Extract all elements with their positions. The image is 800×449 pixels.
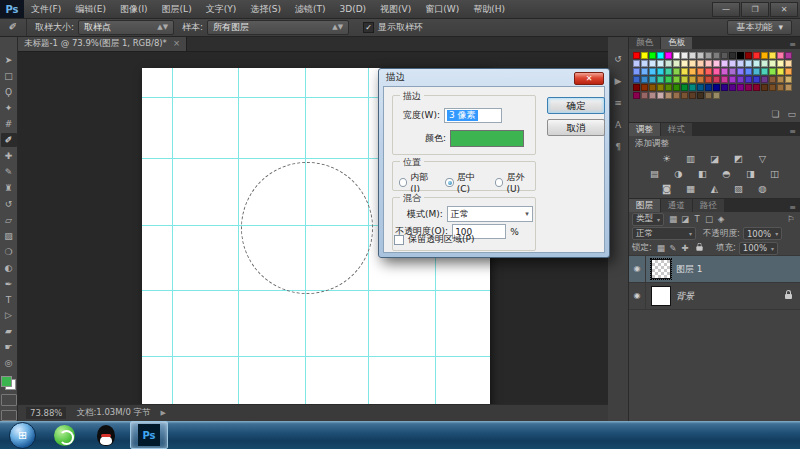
layer-thumbnail[interactable] [651, 286, 671, 306]
color-swatch[interactable] [745, 60, 752, 67]
color-swatch[interactable] [697, 52, 704, 59]
lock-paint-icon[interactable]: ✎ [667, 243, 679, 254]
color-swatch[interactable] [705, 68, 712, 75]
color-swatch[interactable] [665, 52, 672, 59]
color-lookup-icon[interactable]: ◫ [767, 167, 782, 180]
color-swatch[interactable] [665, 92, 672, 99]
color-swatch[interactable] [689, 76, 696, 83]
position-radio-option[interactable]: 内部(I) [399, 171, 435, 194]
color-swatch[interactable] [633, 92, 640, 99]
menu-item[interactable]: 滤镜(T) [288, 0, 333, 18]
document-tab[interactable]: 未标题-1 @ 73.9%(图层 1, RGB/8)* × [18, 36, 187, 51]
invert-icon[interactable]: ◙ [659, 182, 674, 195]
color-swatch[interactable] [729, 52, 736, 59]
shape-filter-icon[interactable]: □ [703, 214, 715, 225]
color-swatch[interactable] [721, 52, 728, 59]
channel-mixer-icon[interactable]: ◨ [743, 167, 758, 180]
panel-menu-icon[interactable]: ≡ [789, 203, 800, 212]
color-swatch[interactable] [721, 68, 728, 75]
radio-icon[interactable] [399, 178, 407, 187]
color-swatch[interactable] [737, 60, 744, 67]
color-swatch[interactable] [673, 60, 680, 67]
quick-mask-button[interactable] [1, 394, 17, 405]
zoom-tool-icon[interactable]: ◎ [1, 356, 17, 370]
screen-mode-button[interactable] [1, 410, 17, 421]
swatches-tab[interactable]: 颜色 [629, 36, 660, 49]
lock-all-icon[interactable] [696, 246, 702, 251]
layer-row[interactable]: ◉背景 [629, 283, 800, 310]
panel-menu-icon[interactable]: ≡ [789, 40, 800, 49]
color-swatch[interactable] [785, 84, 792, 91]
start-button[interactable]: ⊞ [9, 422, 36, 449]
hue-saturation-icon[interactable]: ▤ [647, 167, 662, 180]
cancel-button[interactable]: 取消 [547, 119, 605, 136]
color-swatch[interactable] [769, 52, 776, 59]
sample-size-dropdown[interactable]: 取样点 ▲▼ [78, 20, 174, 35]
color-swatch[interactable] [713, 68, 720, 75]
color-swatch[interactable] [761, 84, 768, 91]
color-swatch[interactable] [729, 60, 736, 67]
color-swatch[interactable] [777, 68, 784, 75]
photo-filter-icon[interactable]: ◓ [719, 167, 734, 180]
photoshop-taskbar-button[interactable]: Ps [130, 421, 168, 449]
fill-dropdown[interactable]: 100% ▾ [739, 242, 778, 255]
guide-vertical[interactable] [238, 68, 239, 410]
filter-toggle-icon[interactable]: ⚐ [785, 214, 797, 225]
layer-thumbnail[interactable] [651, 259, 671, 279]
color-swatch[interactable] [657, 84, 664, 91]
color-swatch[interactable] [689, 84, 696, 91]
menu-item[interactable]: 文件(F) [24, 0, 68, 18]
color-swatch[interactable] [705, 84, 712, 91]
color-swatch[interactable] [785, 68, 792, 75]
layer-row[interactable]: ◉图层 1 [629, 256, 800, 283]
ok-button[interactable]: 确定 [547, 97, 605, 114]
color-swatch[interactable] [785, 60, 792, 67]
color-swatch[interactable] [705, 52, 712, 59]
lasso-tool-icon[interactable]: Ϙ [1, 85, 17, 99]
actions-panel-icon[interactable]: ▶ [611, 74, 626, 87]
color-swatch[interactable] [689, 68, 696, 75]
color-swatch[interactable] [745, 76, 752, 83]
type-filter-icon[interactable]: T [691, 214, 703, 225]
paragraph-panel-icon[interactable]: ¶ [611, 140, 626, 153]
foreground-color-swatch[interactable] [1, 376, 12, 387]
color-swatch[interactable] [681, 68, 688, 75]
color-swatch[interactable] [665, 76, 672, 83]
color-swatch[interactable] [769, 60, 776, 67]
pen-tool-icon[interactable]: ✒ [1, 277, 17, 291]
status-expander-icon[interactable]: ▶ [161, 409, 166, 417]
minimize-button[interactable]: — [712, 2, 740, 17]
color-swatch[interactable] [641, 92, 648, 99]
width-input[interactable]: 3 像素 [444, 108, 502, 123]
color-swatch[interactable] [713, 92, 720, 99]
layer-name[interactable]: 背景 [676, 290, 694, 303]
color-swatch[interactable] [665, 60, 672, 67]
position-radio-option[interactable]: 居中(C) [445, 171, 485, 194]
color-swatch[interactable] [713, 52, 720, 59]
color-swatch[interactable] [657, 76, 664, 83]
color-swatch[interactable] [657, 92, 664, 99]
type-tool-icon[interactable]: T [1, 293, 17, 307]
zoom-level-field[interactable]: 73.88% [26, 407, 66, 419]
brush-tool-icon[interactable]: ✎ [1, 165, 17, 179]
checkbox-icon[interactable] [394, 235, 404, 245]
color-swatch[interactable] [745, 52, 752, 59]
lock-transparent-icon[interactable]: ▦ [655, 243, 667, 254]
opacity-dropdown[interactable]: 100% ▾ [743, 227, 782, 240]
black-white-icon[interactable]: ◧ [695, 167, 710, 180]
color-swatch[interactable] [665, 68, 672, 75]
color-balance-icon[interactable]: ◑ [671, 167, 686, 180]
color-swatch[interactable] [673, 68, 680, 75]
clone-stamp-tool-icon[interactable]: ♜ [1, 181, 17, 195]
move-tool-icon[interactable]: ➤ [1, 53, 17, 67]
menu-item[interactable]: 选择(S) [243, 0, 288, 18]
workspace-switcher-button[interactable]: 基本功能 ▾ [727, 20, 792, 35]
eraser-tool-icon[interactable]: ▱ [1, 213, 17, 227]
adjustments-tab[interactable]: 调整 [629, 123, 660, 136]
eyedropper-tool-icon[interactable]: ✐ [0, 18, 27, 36]
history-brush-tool-icon[interactable]: ↺ [1, 197, 17, 211]
color-swatch[interactable] [681, 92, 688, 99]
radio-icon[interactable] [445, 178, 453, 187]
color-swatch[interactable] [633, 76, 640, 83]
color-swatch[interactable] [761, 76, 768, 83]
